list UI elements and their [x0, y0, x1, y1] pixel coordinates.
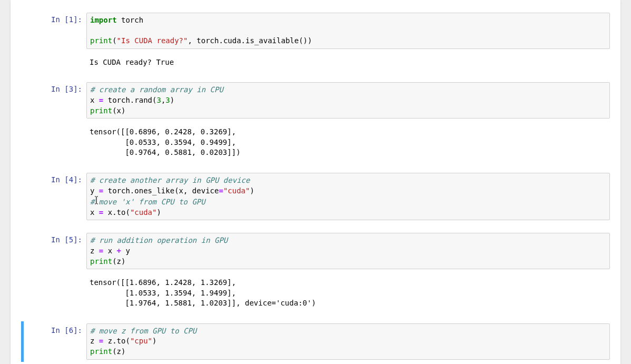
cell-1[interactable]: In [1]: import torch print("Is CUDA read…: [21, 11, 610, 51]
input-prompt: In [6]:: [26, 323, 86, 360]
output-text: tensor([[0.6896, 0.2428, 0.3269], [0.053…: [86, 125, 610, 160]
code-input[interactable]: # move z from GPU to CPU z = z.to("cpu")…: [86, 323, 610, 360]
cell-3[interactable]: In [4]: # create another array in GPU de…: [21, 171, 610, 222]
output-prompt-spacer: [26, 55, 86, 70]
code-input[interactable]: import torch print("Is CUDA ready?", tor…: [86, 13, 610, 49]
notebook-container: In [1]: import torch print("Is CUDA read…: [11, 0, 620, 364]
cell-5[interactable]: In [6]: # move z from GPU to CPU z = z.t…: [21, 321, 610, 362]
output-text: tensor([[1.6896, 1.2428, 1.3269], [1.053…: [86, 276, 610, 311]
code-input[interactable]: # run addition operation in GPU z = x + …: [86, 233, 610, 269]
cell-4-output: tensor([[1.6896, 1.2428, 1.3269], [1.053…: [21, 273, 610, 313]
cell-4[interactable]: In [5]: # run addition operation in GPU …: [21, 231, 610, 271]
output-prompt-spacer: [26, 125, 86, 160]
input-prompt: In [5]:: [26, 233, 86, 269]
output-text: Is CUDA ready? True: [86, 55, 610, 70]
output-prompt-spacer: [26, 276, 86, 311]
input-prompt: In [3]:: [26, 82, 86, 119]
cell-1-output: Is CUDA ready? True: [21, 53, 610, 72]
cell-2[interactable]: In [3]: # create a random array in CPU x…: [21, 80, 610, 121]
code-input[interactable]: # create another array in GPU device y =…: [86, 173, 610, 220]
input-prompt: In [4]:: [26, 173, 86, 220]
code-input[interactable]: # create a random array in CPU x = torch…: [86, 82, 610, 119]
text-cursor-icon: [94, 196, 98, 204]
cell-2-output: tensor([[0.6896, 0.2428, 0.3269], [0.053…: [21, 123, 610, 162]
input-prompt: In [1]:: [26, 13, 86, 49]
